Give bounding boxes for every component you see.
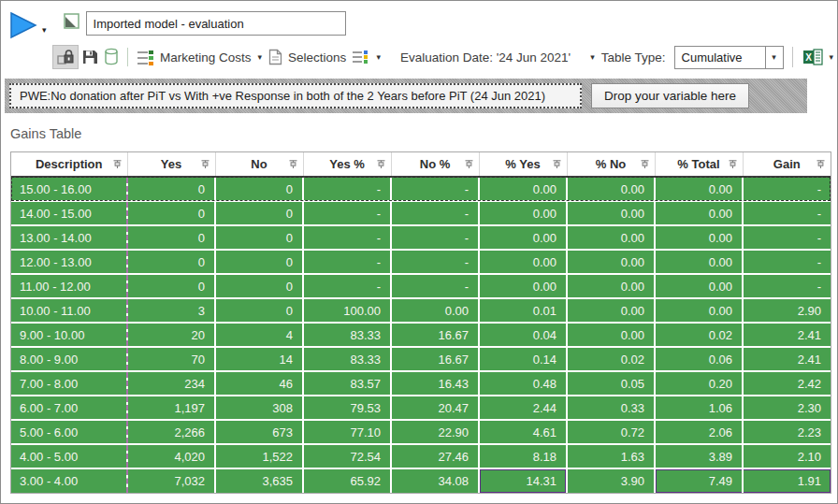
table-row[interactable]: 3.00 - 4.007,0323,63565.9234.0814.313.90… bbox=[11, 468, 831, 493]
value-cell[interactable]: 72.54 bbox=[303, 444, 391, 468]
value-cell[interactable]: 0.14 bbox=[479, 347, 567, 371]
table-type-select[interactable]: Cumulative ▾ bbox=[674, 46, 784, 69]
evaluation-date-caret[interactable]: ▾ bbox=[590, 52, 595, 62]
selection-filter-caret[interactable]: ▾ bbox=[376, 52, 381, 62]
row-description-cell[interactable]: 9.00 - 10.00 bbox=[11, 323, 127, 347]
row-description-cell[interactable]: 4.00 - 5.00 bbox=[11, 444, 127, 468]
value-cell[interactable]: 3.89 bbox=[655, 444, 743, 468]
row-description-cell[interactable]: 14.00 - 15.00 bbox=[11, 201, 127, 225]
model-name-input[interactable] bbox=[86, 11, 346, 36]
column-header-yes[interactable]: Yes bbox=[127, 152, 215, 177]
value-cell[interactable]: 0.48 bbox=[479, 371, 567, 396]
variable-chip[interactable]: PWE:No donation after PiT vs With +ve Re… bbox=[9, 83, 582, 108]
value-cell[interactable]: 0.00 bbox=[567, 201, 655, 225]
value-cell[interactable]: 14.31 bbox=[479, 468, 567, 493]
value-cell[interactable]: 0.00 bbox=[567, 225, 655, 250]
value-cell[interactable]: 0.20 bbox=[655, 371, 743, 396]
value-cell[interactable]: 34.08 bbox=[391, 468, 479, 493]
value-cell[interactable]: 1,522 bbox=[215, 444, 303, 468]
value-cell[interactable]: 2.06 bbox=[655, 420, 743, 444]
value-cell[interactable]: 20.47 bbox=[391, 396, 479, 420]
value-cell[interactable]: 0.00 bbox=[479, 201, 567, 225]
value-cell[interactable]: 0 bbox=[215, 225, 303, 250]
column-pin-icon[interactable] bbox=[464, 159, 474, 169]
column-pin-icon[interactable] bbox=[640, 159, 650, 169]
value-cell[interactable]: 0.00 bbox=[567, 298, 655, 323]
value-cell[interactable]: 234 bbox=[127, 371, 215, 396]
value-cell[interactable]: 83.57 bbox=[303, 371, 391, 396]
table-row[interactable]: 9.00 - 10.0020483.3316.670.040.000.022.4… bbox=[11, 323, 831, 347]
value-cell[interactable]: - bbox=[303, 177, 391, 201]
value-cell[interactable]: 0 bbox=[127, 225, 215, 250]
value-cell[interactable]: 1.06 bbox=[655, 396, 743, 420]
value-cell[interactable]: 0.00 bbox=[655, 250, 743, 274]
value-cell[interactable]: - bbox=[743, 177, 831, 201]
column-header-description[interactable]: Description bbox=[11, 152, 127, 177]
value-cell[interactable]: 77.10 bbox=[303, 420, 391, 444]
value-cell[interactable]: 4.61 bbox=[479, 420, 567, 444]
value-cell[interactable]: 14 bbox=[215, 347, 303, 371]
value-cell[interactable]: 4,020 bbox=[127, 444, 215, 468]
value-cell[interactable]: 0 bbox=[215, 250, 303, 274]
column-pin-icon[interactable] bbox=[112, 159, 123, 169]
value-cell[interactable]: 0 bbox=[215, 274, 303, 298]
table-row[interactable]: 6.00 - 7.001,19730879.5320.472.440.331.0… bbox=[11, 396, 831, 420]
value-cell[interactable]: 3 bbox=[127, 298, 215, 323]
column-pin-icon[interactable] bbox=[816, 159, 826, 169]
value-cell[interactable]: - bbox=[303, 250, 391, 274]
row-description-cell[interactable]: 5.00 - 6.00 bbox=[11, 420, 127, 444]
row-description-cell[interactable]: 7.00 - 8.00 bbox=[11, 371, 127, 396]
table-row[interactable]: 14.00 - 15.0000--0.000.000.00- bbox=[11, 201, 831, 225]
run-button[interactable] bbox=[8, 10, 38, 40]
column-pin-icon[interactable] bbox=[728, 159, 738, 169]
database-button[interactable] bbox=[101, 45, 122, 69]
table-row[interactable]: 4.00 - 5.004,0201,52272.5427.468.181.633… bbox=[11, 444, 831, 468]
row-description-cell[interactable]: 6.00 - 7.00 bbox=[11, 396, 127, 420]
row-description-cell[interactable]: 8.00 - 9.00 bbox=[11, 347, 127, 371]
column-header-no[interactable]: % No bbox=[567, 152, 655, 177]
row-description-cell[interactable]: 13.00 - 14.00 bbox=[11, 225, 127, 250]
value-cell[interactable]: 7,032 bbox=[127, 468, 215, 493]
value-cell[interactable]: 2.41 bbox=[743, 347, 831, 371]
value-cell[interactable]: 0.06 bbox=[655, 347, 743, 371]
value-cell[interactable]: 100.00 bbox=[303, 298, 391, 323]
column-header-yes[interactable]: % Yes bbox=[479, 152, 567, 177]
column-pin-icon[interactable] bbox=[376, 159, 386, 169]
value-cell[interactable]: 0 bbox=[215, 177, 303, 201]
excel-export-caret[interactable]: ▾ bbox=[830, 52, 834, 62]
save-button[interactable] bbox=[79, 45, 101, 69]
value-cell[interactable]: 2.10 bbox=[743, 444, 831, 468]
selections-document-button[interactable] bbox=[266, 45, 285, 69]
value-cell[interactable]: - bbox=[391, 201, 479, 225]
table-row[interactable]: 8.00 - 9.00701483.3316.670.140.020.062.4… bbox=[11, 347, 831, 371]
value-cell[interactable]: 0.72 bbox=[567, 420, 655, 444]
column-header-yes[interactable]: Yes % bbox=[303, 152, 391, 177]
value-cell[interactable]: 83.33 bbox=[303, 323, 391, 347]
value-cell[interactable]: 8.18 bbox=[479, 444, 567, 468]
value-cell[interactable]: 308 bbox=[215, 396, 303, 420]
value-cell[interactable]: - bbox=[391, 177, 479, 201]
value-cell[interactable]: 16.43 bbox=[391, 371, 479, 396]
value-cell[interactable]: - bbox=[303, 225, 391, 250]
table-row[interactable]: 12.00 - 13.0000--0.000.000.00- bbox=[11, 250, 831, 274]
value-cell[interactable]: 1.63 bbox=[567, 444, 655, 468]
marketing-costs-button[interactable]: Marketing Costs bbox=[160, 50, 252, 65]
table-row[interactable]: 10.00 - 11.0030100.000.000.010.000.002.9… bbox=[11, 298, 831, 323]
value-cell[interactable]: 83.33 bbox=[303, 347, 391, 371]
column-header-no[interactable]: No % bbox=[391, 152, 479, 177]
value-cell[interactable]: 0.00 bbox=[655, 274, 743, 298]
table-row[interactable]: 15.00 - 16.0000--0.000.000.00- bbox=[11, 177, 831, 201]
value-cell[interactable]: 0.04 bbox=[479, 323, 567, 347]
value-cell[interactable]: 0.00 bbox=[479, 274, 567, 298]
value-cell[interactable]: 3,635 bbox=[215, 468, 303, 493]
value-cell[interactable]: 2.30 bbox=[743, 396, 831, 420]
value-cell[interactable]: 0.33 bbox=[567, 396, 655, 420]
column-pin-icon[interactable] bbox=[552, 159, 562, 169]
column-header-gain[interactable]: Gain bbox=[743, 152, 831, 177]
excel-export-button[interactable]: X bbox=[800, 45, 826, 69]
value-cell[interactable]: 70 bbox=[127, 347, 215, 371]
value-cell[interactable]: 0.01 bbox=[479, 298, 567, 323]
value-cell[interactable]: 2.44 bbox=[479, 396, 567, 420]
value-cell[interactable]: 1,197 bbox=[127, 396, 215, 420]
value-cell[interactable]: - bbox=[303, 274, 391, 298]
